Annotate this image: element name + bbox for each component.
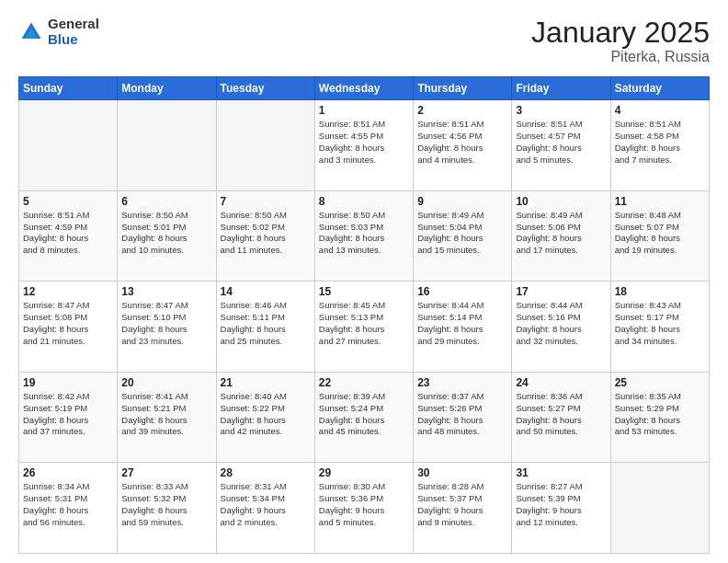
calendar-cell: 3Sunrise: 8:51 AM Sunset: 4:57 PM Daylig… — [512, 100, 610, 191]
calendar-week-3: 12Sunrise: 8:47 AM Sunset: 5:08 PM Dayli… — [19, 282, 710, 373]
calendar-cell: 12Sunrise: 8:47 AM Sunset: 5:08 PM Dayli… — [19, 282, 118, 373]
calendar-cell: 11Sunrise: 8:48 AM Sunset: 5:07 PM Dayli… — [610, 190, 709, 282]
day-info: Sunrise: 8:51 AM Sunset: 4:57 PM Dayligh… — [516, 119, 606, 166]
day-number: 12 — [23, 285, 113, 298]
calendar-cell: 29Sunrise: 8:30 AM Sunset: 5:36 PM Dayli… — [314, 463, 413, 554]
calendar-cell: 18Sunrise: 8:43 AM Sunset: 5:17 PM Dayli… — [610, 282, 709, 373]
calendar-cell: 20Sunrise: 8:41 AM Sunset: 5:21 PM Dayli… — [118, 372, 216, 463]
title-month: January 2025 — [531, 17, 710, 49]
day-number: 25 — [615, 376, 705, 389]
page: General Blue January 2025 Piterka, Russi… — [0, 0, 728, 563]
day-info: Sunrise: 8:27 AM Sunset: 5:39 PM Dayligh… — [516, 481, 606, 528]
day-number: 21 — [221, 376, 311, 389]
day-number: 26 — [23, 466, 113, 479]
day-number: 14 — [221, 285, 311, 298]
day-number: 8 — [319, 195, 409, 208]
logo-blue-text: Blue — [48, 32, 99, 48]
day-number: 23 — [417, 376, 507, 389]
day-number: 6 — [121, 195, 211, 208]
calendar-cell: 5Sunrise: 8:51 AM Sunset: 4:59 PM Daylig… — [19, 190, 118, 282]
day-number: 28 — [221, 466, 311, 479]
day-info: Sunrise: 8:48 AM Sunset: 5:07 PM Dayligh… — [615, 210, 705, 257]
header-wednesday: Wednesday — [314, 77, 413, 100]
day-info: Sunrise: 8:28 AM Sunset: 5:37 PM Dayligh… — [417, 481, 507, 528]
calendar-cell: 24Sunrise: 8:36 AM Sunset: 5:27 PM Dayli… — [512, 372, 610, 463]
day-number: 30 — [417, 466, 507, 479]
day-number: 20 — [121, 376, 211, 389]
day-number: 16 — [417, 285, 507, 298]
day-info: Sunrise: 8:44 AM Sunset: 5:14 PM Dayligh… — [417, 300, 507, 347]
calendar-cell: 4Sunrise: 8:51 AM Sunset: 4:58 PM Daylig… — [610, 100, 709, 191]
day-info: Sunrise: 8:49 AM Sunset: 5:04 PM Dayligh… — [417, 210, 507, 257]
day-info: Sunrise: 8:39 AM Sunset: 5:24 PM Dayligh… — [319, 391, 409, 438]
header-tuesday: Tuesday — [216, 77, 314, 100]
calendar-cell — [118, 100, 216, 191]
calendar-cell: 7Sunrise: 8:50 AM Sunset: 5:02 PM Daylig… — [216, 190, 314, 282]
day-info: Sunrise: 8:31 AM Sunset: 5:34 PM Dayligh… — [221, 481, 311, 528]
day-number: 27 — [121, 466, 211, 479]
day-info: Sunrise: 8:45 AM Sunset: 5:13 PM Dayligh… — [319, 300, 409, 347]
day-info: Sunrise: 8:50 AM Sunset: 5:02 PM Dayligh… — [221, 210, 311, 257]
day-number: 1 — [319, 104, 409, 117]
calendar-cell: 27Sunrise: 8:33 AM Sunset: 5:32 PM Dayli… — [118, 463, 216, 554]
weekday-header-row: Sunday Monday Tuesday Wednesday Thursday… — [19, 77, 710, 100]
calendar-cell — [19, 100, 118, 191]
day-info: Sunrise: 8:41 AM Sunset: 5:21 PM Dayligh… — [121, 391, 211, 438]
calendar-cell: 23Sunrise: 8:37 AM Sunset: 5:26 PM Dayli… — [414, 372, 512, 463]
day-info: Sunrise: 8:49 AM Sunset: 5:06 PM Dayligh… — [516, 210, 606, 257]
calendar-cell: 21Sunrise: 8:40 AM Sunset: 5:22 PM Dayli… — [216, 372, 314, 463]
day-info: Sunrise: 8:51 AM Sunset: 4:58 PM Dayligh… — [615, 119, 705, 166]
logo: General Blue — [18, 17, 99, 47]
logo-icon — [18, 19, 44, 45]
day-number: 4 — [615, 104, 705, 117]
calendar-cell: 25Sunrise: 8:35 AM Sunset: 5:29 PM Dayli… — [610, 372, 709, 463]
calendar-cell: 16Sunrise: 8:44 AM Sunset: 5:14 PM Dayli… — [414, 282, 512, 373]
day-number: 17 — [516, 285, 606, 298]
day-number: 3 — [516, 104, 606, 117]
day-info: Sunrise: 8:47 AM Sunset: 5:08 PM Dayligh… — [23, 300, 113, 347]
day-number: 31 — [516, 466, 606, 479]
calendar-cell — [216, 100, 314, 191]
day-number: 5 — [23, 195, 113, 208]
calendar-week-4: 19Sunrise: 8:42 AM Sunset: 5:19 PM Dayli… — [19, 372, 710, 463]
calendar-cell: 6Sunrise: 8:50 AM Sunset: 5:01 PM Daylig… — [118, 190, 216, 282]
day-number: 2 — [417, 104, 507, 117]
day-info: Sunrise: 8:46 AM Sunset: 5:11 PM Dayligh… — [221, 300, 311, 347]
calendar-cell: 15Sunrise: 8:45 AM Sunset: 5:13 PM Dayli… — [314, 282, 413, 373]
day-number: 18 — [615, 285, 705, 298]
day-info: Sunrise: 8:50 AM Sunset: 5:03 PM Dayligh… — [319, 210, 409, 257]
day-number: 7 — [221, 195, 311, 208]
day-number: 22 — [319, 376, 409, 389]
day-number: 29 — [319, 466, 409, 479]
calendar-cell: 22Sunrise: 8:39 AM Sunset: 5:24 PM Dayli… — [314, 372, 413, 463]
calendar-table: Sunday Monday Tuesday Wednesday Thursday… — [18, 76, 710, 554]
day-info: Sunrise: 8:34 AM Sunset: 5:31 PM Dayligh… — [23, 481, 113, 528]
day-info: Sunrise: 8:44 AM Sunset: 5:16 PM Dayligh… — [516, 300, 606, 347]
day-info: Sunrise: 8:42 AM Sunset: 5:19 PM Dayligh… — [23, 391, 113, 438]
calendar-week-5: 26Sunrise: 8:34 AM Sunset: 5:31 PM Dayli… — [19, 463, 710, 554]
day-info: Sunrise: 8:47 AM Sunset: 5:10 PM Dayligh… — [121, 300, 211, 347]
logo-general-text: General — [48, 17, 99, 32]
logo-text: General Blue — [48, 17, 99, 47]
header-sunday: Sunday — [19, 77, 118, 100]
day-info: Sunrise: 8:51 AM Sunset: 4:59 PM Dayligh… — [23, 210, 113, 257]
day-info: Sunrise: 8:30 AM Sunset: 5:36 PM Dayligh… — [319, 481, 409, 528]
header: General Blue January 2025 Piterka, Russi… — [18, 17, 710, 65]
calendar-cell: 19Sunrise: 8:42 AM Sunset: 5:19 PM Dayli… — [19, 372, 118, 463]
calendar-cell: 9Sunrise: 8:49 AM Sunset: 5:04 PM Daylig… — [414, 190, 512, 282]
calendar-cell: 28Sunrise: 8:31 AM Sunset: 5:34 PM Dayli… — [216, 463, 314, 554]
calendar-week-1: 1Sunrise: 8:51 AM Sunset: 4:55 PM Daylig… — [19, 100, 710, 191]
day-info: Sunrise: 8:51 AM Sunset: 4:55 PM Dayligh… — [319, 119, 409, 166]
day-number: 11 — [615, 195, 705, 208]
day-info: Sunrise: 8:51 AM Sunset: 4:56 PM Dayligh… — [417, 119, 507, 166]
day-number: 13 — [121, 285, 211, 298]
day-info: Sunrise: 8:33 AM Sunset: 5:32 PM Dayligh… — [121, 481, 211, 528]
day-info: Sunrise: 8:35 AM Sunset: 5:29 PM Dayligh… — [615, 391, 705, 438]
calendar-cell: 30Sunrise: 8:28 AM Sunset: 5:37 PM Dayli… — [414, 463, 512, 554]
day-info: Sunrise: 8:40 AM Sunset: 5:22 PM Dayligh… — [221, 391, 311, 438]
day-info: Sunrise: 8:37 AM Sunset: 5:26 PM Dayligh… — [417, 391, 507, 438]
calendar-cell: 14Sunrise: 8:46 AM Sunset: 5:11 PM Dayli… — [216, 282, 314, 373]
calendar-cell — [610, 463, 709, 554]
day-info: Sunrise: 8:36 AM Sunset: 5:27 PM Dayligh… — [516, 391, 606, 438]
title-location: Piterka, Russia — [531, 49, 710, 65]
